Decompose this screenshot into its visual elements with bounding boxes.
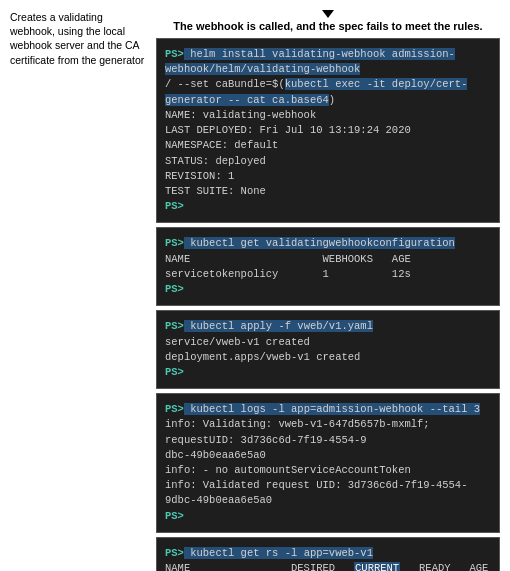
terminal-block-4: PS> kubectl logs -l app=admission-webhoo… [156, 393, 500, 533]
top-left-annotation: Creates a validating webhook, using the … [10, 10, 150, 67]
terminal-block-3: PS> kubectl apply -f vweb/v1.yaml servic… [156, 310, 500, 389]
terminal-block-2: PS> kubectl get validatingwebhookconfigu… [156, 227, 500, 306]
terminal-block-1: PS> helm install validating-webhook admi… [156, 38, 500, 223]
terminal-block-5: PS> kubectl get rs -l app=vweb-v1 NAME D… [156, 537, 500, 571]
top-center-arrow-label: The webhook is called, and the spec fail… [156, 10, 500, 32]
